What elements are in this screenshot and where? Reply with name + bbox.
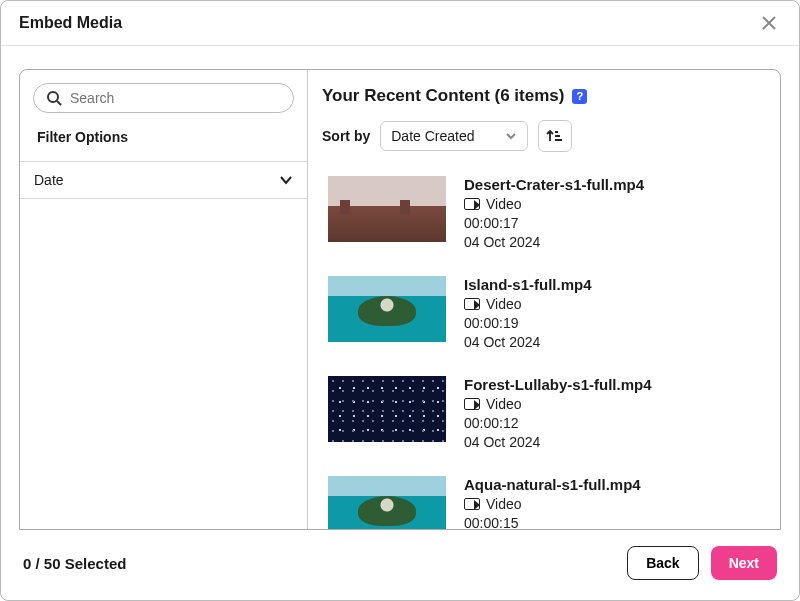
search-icon	[46, 90, 62, 106]
item-meta: Desert-Crater-s1-full.mp4 Video 00:00:17…	[464, 176, 644, 250]
thumbnail[interactable]	[328, 476, 446, 529]
list-item[interactable]: Island-s1-full.mp4 Video 00:00:19 04 Oct…	[322, 276, 774, 350]
back-button[interactable]: Back	[627, 546, 698, 580]
item-duration: 00:00:12	[464, 415, 652, 431]
item-type-label: Video	[486, 396, 522, 412]
list-item[interactable]: Desert-Crater-s1-full.mp4 Video 00:00:17…	[322, 176, 774, 250]
modal-title: Embed Media	[19, 14, 122, 32]
selection-count: 0 / 50 Selected	[23, 555, 126, 572]
item-type: Video	[464, 396, 652, 412]
sort-select[interactable]: Date Created	[380, 121, 527, 151]
item-title: Aqua-natural-s1-full.mp4	[464, 476, 641, 493]
item-type-label: Video	[486, 496, 522, 512]
chevron-down-icon	[279, 173, 293, 187]
svg-point-0	[48, 92, 58, 102]
item-type: Video	[464, 196, 644, 212]
thumbnail[interactable]	[328, 276, 446, 342]
content-heading-text: Your Recent Content (6 items)	[322, 86, 564, 106]
content-heading: Your Recent Content (6 items) ?	[322, 86, 780, 106]
item-duration: 00:00:15	[464, 515, 641, 529]
item-title: Desert-Crater-s1-full.mp4	[464, 176, 644, 193]
sort-asc-icon	[546, 128, 564, 144]
help-icon[interactable]: ?	[572, 89, 587, 104]
item-type-label: Video	[486, 296, 522, 312]
item-type-label: Video	[486, 196, 522, 212]
search-input-wrap[interactable]	[33, 83, 294, 113]
item-date: 04 Oct 2024	[464, 334, 592, 350]
video-icon	[464, 298, 480, 310]
item-date: 04 Oct 2024	[464, 434, 652, 450]
item-type: Video	[464, 296, 592, 312]
sort-direction-button[interactable]	[538, 120, 572, 152]
item-duration: 00:00:17	[464, 215, 644, 231]
item-title: Island-s1-full.mp4	[464, 276, 592, 293]
next-button[interactable]: Next	[711, 546, 777, 580]
content-list[interactable]: Desert-Crater-s1-full.mp4 Video 00:00:17…	[322, 166, 780, 529]
embed-media-modal: Embed Media Filter Options Date	[0, 0, 800, 601]
video-icon	[464, 498, 480, 510]
modal-body: Filter Options Date Your Recent Content …	[19, 69, 781, 530]
item-title: Forest-Lullaby-s1-full.mp4	[464, 376, 652, 393]
modal-footer: 0 / 50 Selected Back Next	[1, 530, 799, 600]
modal-header: Embed Media	[1, 1, 799, 46]
search-input[interactable]	[70, 90, 281, 106]
list-item[interactable]: Aqua-natural-s1-full.mp4 Video 00:00:15 …	[322, 476, 774, 529]
footer-buttons: Back Next	[627, 546, 777, 580]
filter-label: Date	[34, 172, 64, 188]
sidebar-top: Filter Options	[20, 70, 307, 161]
chevron-down-icon	[505, 130, 517, 142]
sort-value: Date Created	[391, 128, 474, 144]
main-pane: Your Recent Content (6 items) ? Sort by …	[308, 70, 780, 529]
sidebar: Filter Options Date	[20, 70, 308, 529]
list-item[interactable]: Forest-Lullaby-s1-full.mp4 Video 00:00:1…	[322, 376, 774, 450]
item-meta: Forest-Lullaby-s1-full.mp4 Video 00:00:1…	[464, 376, 652, 450]
item-meta: Aqua-natural-s1-full.mp4 Video 00:00:15 …	[464, 476, 641, 529]
item-type: Video	[464, 496, 641, 512]
close-icon[interactable]	[757, 11, 781, 35]
video-icon	[464, 398, 480, 410]
video-icon	[464, 198, 480, 210]
thumbnail[interactable]	[328, 176, 446, 242]
sort-row: Sort by Date Created	[322, 120, 780, 152]
item-date: 04 Oct 2024	[464, 234, 644, 250]
item-meta: Island-s1-full.mp4 Video 00:00:19 04 Oct…	[464, 276, 592, 350]
filter-options-title: Filter Options	[37, 129, 294, 145]
sort-label: Sort by	[322, 128, 370, 144]
thumbnail[interactable]	[328, 376, 446, 442]
item-duration: 00:00:19	[464, 315, 592, 331]
filter-date[interactable]: Date	[20, 161, 307, 199]
